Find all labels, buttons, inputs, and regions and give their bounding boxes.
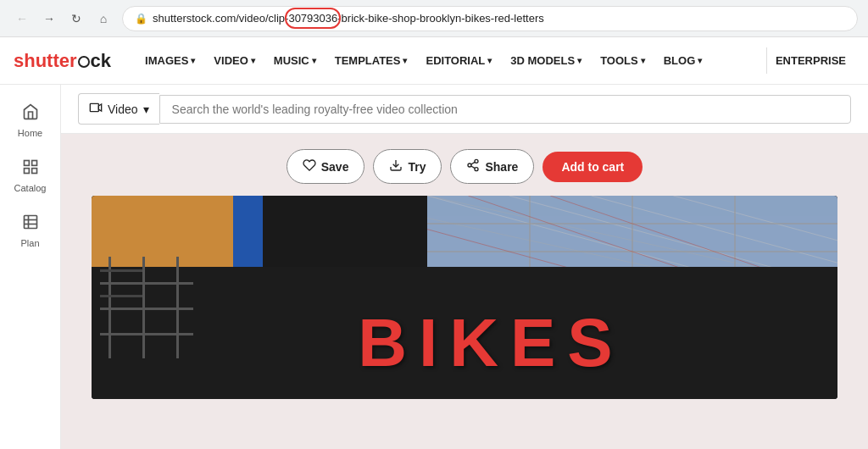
forward-button[interactable]: → [37,7,61,30]
svg-point-12 [468,164,471,167]
svg-rect-0 [24,161,29,166]
catalog-icon [22,158,39,180]
url-suffix: -brick-bike-shop-brooklyn-bikes-red-lett… [337,12,543,25]
sidebar-item-catalog[interactable]: Catalog [0,150,60,202]
bikes-scene: BIKES [92,196,837,399]
add-to-cart-button[interactable]: Add to cart [542,152,643,182]
logo-shutter: shutter [14,50,77,71]
share-button[interactable]: Share [450,149,534,184]
nav-label-templates: TEMPLATES [335,54,401,67]
browser-chrome: ← → ↻ ⌂ 🔒 shutterstock.com/video/clip-30… [0,0,868,37]
sidebar: Home Catalog Plan [0,85,61,449]
save-button[interactable]: Save [287,149,365,184]
nav-item-templates[interactable]: TEMPLATES ▾ [326,47,416,74]
chevron-down-icon: ▾ [698,56,702,65]
share-label: Share [485,160,518,174]
nav-label-images: IMAGES [145,54,188,67]
nav-item-blog[interactable]: BLOG ▾ [655,47,711,74]
svg-rect-38 [100,295,142,297]
chevron-down-icon: ▾ [403,56,407,65]
nav-item-3d-models[interactable]: 3D MODELS ▾ [502,47,590,74]
chevron-down-icon: ▾ [191,56,195,65]
address-text: shutterstock.com/video/clip-30793036-bri… [153,12,544,25]
refresh-button[interactable]: ↻ [64,7,88,30]
plan-icon [22,213,39,235]
svg-marker-9 [98,104,101,111]
svg-rect-36 [100,333,193,335]
sidebar-item-home[interactable]: Home [0,95,60,147]
svg-line-15 [471,162,476,164]
navbar: shutterck IMAGES ▾ VIDEO ▾ MUSIC ▾ TEMPL… [0,37,868,85]
lock-icon: 🔒 [135,13,147,25]
svg-rect-3 [24,169,29,174]
sidebar-item-plan[interactable]: Plan [0,205,60,257]
main-layout: Home Catalog Plan [0,85,868,449]
nav-label-video: VIDEO [214,54,248,67]
search-bar-area: Video ▾ [61,85,868,134]
nav-label-editorial: EDITORIAL [426,54,485,67]
nav-label-blog: BLOG [664,54,696,67]
content-area: Video ▾ Save [61,85,868,449]
try-label: Try [408,160,426,174]
search-input[interactable] [159,95,851,124]
home-icon [22,103,39,125]
logo[interactable]: shutterck [14,50,111,72]
sidebar-label-plan: Plan [20,238,39,248]
chevron-down-icon: ▾ [143,103,149,116]
nav-label-tools: TOOLS [600,54,638,67]
svg-rect-2 [31,169,36,174]
svg-point-13 [475,168,478,171]
nav-item-enterprise[interactable]: ENTERPRISE [766,47,854,74]
share-icon [466,158,480,175]
search-type-select[interactable]: Video ▾ [78,93,159,125]
video-thumbnail: BIKES [92,196,837,399]
chevron-down-icon: ▾ [251,56,255,65]
chevron-down-icon: ▾ [577,56,581,65]
nav-item-images[interactable]: IMAGES ▾ [136,47,203,74]
url-id-highlight: 30793036 [288,12,337,25]
svg-point-11 [475,159,478,163]
nav-item-tools[interactable]: TOOLS ▾ [592,47,654,74]
nav-label-music: MUSIC [274,54,309,67]
chevron-down-icon: ▾ [487,56,492,65]
svg-line-14 [471,166,476,169]
logo-o-icon [78,56,90,68]
nav-menu: IMAGES ▾ VIDEO ▾ MUSIC ▾ TEMPLATES ▾ EDI… [136,47,854,74]
fire-escape-icon [100,257,210,358]
svg-rect-34 [100,282,193,285]
nav-item-music[interactable]: MUSIC ▾ [265,47,325,74]
logo-stock: ck [91,50,111,71]
add-to-cart-label: Add to cart [561,160,624,174]
sidebar-label-home: Home [18,128,42,138]
heart-icon [303,158,316,175]
bikes-sign-text: BIKES [358,304,625,382]
nav-item-video[interactable]: VIDEO ▾ [205,47,263,74]
url-prefix: shutterstock.com/video/clip- [153,12,288,25]
chevron-down-icon: ▾ [312,56,316,65]
nav-item-editorial[interactable]: EDITORIAL ▾ [417,47,500,74]
sidebar-label-catalog: Catalog [14,183,47,193]
svg-rect-8 [90,103,98,111]
address-bar[interactable]: 🔒 shutterstock.com/video/clip-30793036-b… [122,6,858,31]
chevron-down-icon: ▾ [641,56,645,65]
video-icon [89,101,103,117]
save-label: Save [321,160,349,174]
svg-rect-35 [100,308,193,310]
svg-rect-1 [31,161,36,166]
search-type-label: Video [108,103,138,116]
svg-rect-37 [100,269,142,272]
back-button[interactable]: ← [10,7,34,30]
nav-buttons: ← → ↻ ⌂ [10,7,115,30]
nav-label-3d-models: 3D MODELS [510,54,575,67]
svg-rect-4 [24,216,36,229]
download-icon [389,158,403,175]
home-button[interactable]: ⌂ [92,7,115,30]
try-button[interactable]: Try [373,149,442,184]
video-area: Save Try [61,134,868,449]
action-buttons-row: Save Try [287,134,643,196]
